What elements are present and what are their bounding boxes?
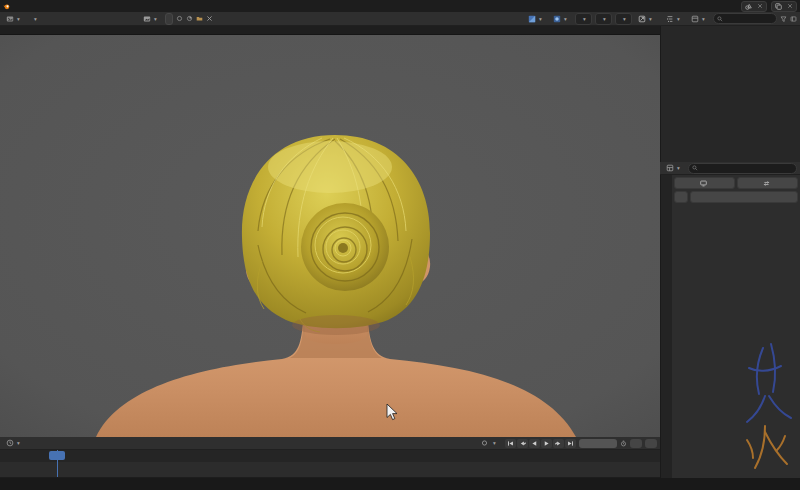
blender-window: ▾ ▾ ▾ ▾ ▾ ▾ ▾ ▾ ▾ <box>0 0 800 490</box>
search-icon <box>717 16 723 22</box>
swap-icon <box>763 180 770 187</box>
cycle-render-slot-icon[interactable] <box>186 15 193 22</box>
render-info-strip <box>0 26 660 35</box>
jump-to-end-button[interactable] <box>565 439 576 448</box>
image-editor-header: ▾ ▾ ▾ ▾ ▾ ▾ ▾ ▾ ▾ <box>0 12 660 26</box>
search-icon <box>692 165 698 171</box>
add-workspace-button[interactable] <box>22 5 34 8</box>
add-modifier-row <box>674 191 798 203</box>
render-result-image <box>0 35 660 437</box>
timeline-track[interactable] <box>0 462 660 477</box>
topbar <box>0 0 800 12</box>
next-keyframe-button[interactable] <box>553 439 564 448</box>
blender-logo-icon[interactable] <box>3 3 10 10</box>
open-image-icon[interactable] <box>196 15 203 22</box>
use-preview-range-icon[interactable] <box>620 440 627 447</box>
properties-editor-dropdown[interactable]: ▾ <box>663 163 685 173</box>
outliner-options-icon[interactable] <box>790 15 797 22</box>
monitor-icon <box>700 180 707 187</box>
timeline-header: ▾ ▾ <box>0 437 660 450</box>
topbar-right <box>741 1 797 12</box>
display-channels-alpha-icon[interactable]: ▾ <box>550 14 572 24</box>
pin-image-icon[interactable] <box>176 15 183 22</box>
chevron-down-icon: ▾ <box>15 16 22 22</box>
view-layer-dropdown[interactable]: ▾ <box>595 13 612 25</box>
outliner-display-mode-dropdown[interactable]: ▾ <box>688 14 710 24</box>
gizmos-dropdown-icon[interactable]: ▾ <box>635 14 657 24</box>
current-frame-field[interactable] <box>579 439 617 448</box>
viewport-vis-button[interactable] <box>674 177 735 189</box>
properties-header: ▾ <box>660 162 800 175</box>
frame-end-field[interactable] <box>645 439 657 448</box>
properties-search-input[interactable] <box>688 163 797 174</box>
prev-keyframe-button[interactable] <box>517 439 528 448</box>
outliner-tree <box>660 26 800 162</box>
frame-start-field[interactable] <box>630 439 642 448</box>
properties-content <box>672 175 800 478</box>
scene-selector[interactable] <box>741 1 767 12</box>
image-mode-dropdown[interactable]: ▾ <box>28 15 42 23</box>
add-modifier-plus-button[interactable] <box>674 191 688 203</box>
outliner-header: ▾ ▾ <box>660 12 800 26</box>
render-pass-dropdown[interactable]: ▾ <box>615 13 632 25</box>
viewlayer-icon <box>775 3 782 10</box>
add-modifier-button[interactable] <box>690 191 798 203</box>
play-button[interactable] <box>541 439 552 448</box>
modifier-list-toolbar <box>674 177 798 189</box>
playhead-frame-badge[interactable] <box>49 451 65 460</box>
menu-view[interactable] <box>45 18 53 20</box>
playback-controls <box>505 439 576 448</box>
status-bar <box>0 478 800 490</box>
play-reverse-button[interactable] <box>529 439 540 448</box>
display-channels-color-icon[interactable]: ▾ <box>525 14 547 24</box>
remove-viewlayer-icon[interactable] <box>786 3 793 10</box>
outliner-editor-dropdown[interactable]: ▾ <box>663 14 685 24</box>
unlink-scene-icon[interactable] <box>756 3 763 10</box>
outliner-search-input[interactable] <box>713 13 777 24</box>
editor-type-dropdown[interactable]: ▾ <box>3 14 25 24</box>
auto-keying-icon[interactable] <box>481 440 488 447</box>
image-datablock-icon[interactable]: ▾ <box>140 14 162 24</box>
jump-to-start-button[interactable] <box>505 439 516 448</box>
timeline-editor-dropdown[interactable]: ▾ <box>3 438 25 448</box>
menu-image[interactable] <box>56 18 64 20</box>
auto-keying-dropdown-icon[interactable]: ▾ <box>491 440 498 446</box>
image-name-field[interactable] <box>165 13 173 25</box>
properties-tab-column <box>660 175 672 478</box>
viewlayer-selector[interactable] <box>771 1 797 12</box>
render-viewport[interactable] <box>0 35 660 437</box>
scene-icon <box>745 3 752 10</box>
render-slot-dropdown[interactable]: ▾ <box>575 13 592 25</box>
filter-icon[interactable] <box>780 15 787 22</box>
mouse-cursor <box>386 403 398 421</box>
toggle-stack-button[interactable] <box>737 177 798 189</box>
chevron-down-icon: ▾ <box>32 16 39 22</box>
unlink-image-icon[interactable] <box>206 15 213 22</box>
